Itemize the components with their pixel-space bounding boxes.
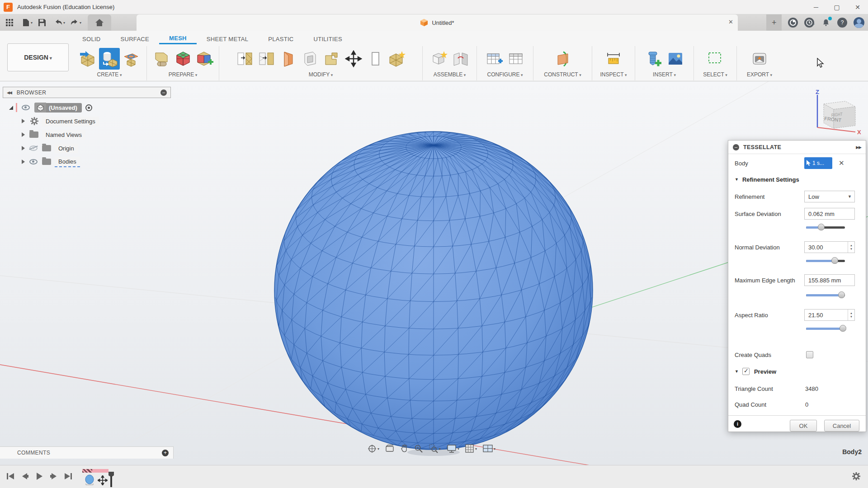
zoom-tool[interactable] xyxy=(413,443,425,455)
zoom-window-tool[interactable]: ▾ xyxy=(428,443,442,455)
tab-solid[interactable]: SOLID xyxy=(72,33,111,44)
insert-mesh-icon[interactable] xyxy=(77,48,98,70)
visibility-eye-icon[interactable] xyxy=(29,159,38,164)
play-button[interactable] xyxy=(34,471,44,482)
tree-row-bodies[interactable]: Bodies xyxy=(22,155,80,168)
timeline-settings-gear-icon[interactable] xyxy=(852,472,861,483)
section-collapse-icon[interactable]: ▼ xyxy=(735,177,739,182)
viewports-tool[interactable]: ▾ xyxy=(481,443,497,454)
timeline-position-marker[interactable] xyxy=(108,472,115,488)
3d-print-icon[interactable] xyxy=(749,48,770,70)
group-create-label[interactable]: CREATE xyxy=(97,71,122,78)
skip-to-start-button[interactable] xyxy=(5,471,15,482)
tree-row-document[interactable]: (Unsaved) xyxy=(9,101,92,114)
offset-icon[interactable] xyxy=(365,48,386,70)
redo-caret[interactable]: ▾ xyxy=(80,21,81,25)
undo-caret[interactable]: ▾ xyxy=(63,21,65,25)
preview-collapse-icon[interactable]: ▼ xyxy=(735,369,739,374)
configuration-table-icon[interactable] xyxy=(505,48,526,70)
comments-bar[interactable]: COMMENTS + xyxy=(0,446,174,459)
max-edge-length-input[interactable]: 155.885 mm xyxy=(804,274,855,286)
collapse-icon[interactable] xyxy=(22,132,25,137)
spinner-arrows[interactable]: ▲▼ xyxy=(848,310,854,320)
remesh-icon[interactable] xyxy=(235,48,255,70)
group-export-label[interactable]: EXPORT xyxy=(747,71,772,78)
surface-deviation-input[interactable]: 0.062 mm xyxy=(804,208,855,220)
step-forward-button[interactable] xyxy=(49,471,59,482)
tab-plastic[interactable]: PLASTIC xyxy=(258,33,303,44)
document-tab-close-icon[interactable]: ✕ xyxy=(728,19,733,25)
canvas-icon[interactable] xyxy=(665,48,686,70)
browser-collapse-icon[interactable]: ◀◀ xyxy=(7,90,11,95)
document-tab[interactable]: Untitled* ✕ xyxy=(137,14,738,31)
group-construct-label[interactable]: CONSTRUCT xyxy=(544,71,581,78)
new-component-icon[interactable] xyxy=(429,48,449,70)
preview-checkbox[interactable] xyxy=(742,368,750,375)
collapse-icon[interactable] xyxy=(22,160,25,164)
save-icon[interactable] xyxy=(35,16,49,29)
aspect-ratio-input[interactable]: 21.50 ▲▼ xyxy=(804,309,855,321)
tree-row-label[interactable]: Bodies xyxy=(55,157,80,167)
group-inspect-label[interactable]: INSPECT xyxy=(600,71,627,78)
surface-deviation-slider[interactable] xyxy=(806,224,845,231)
measure-icon[interactable] xyxy=(603,48,624,70)
joint-icon[interactable] xyxy=(450,48,471,70)
group-configure-label[interactable]: CONFIGURE xyxy=(487,71,523,78)
plane-cut-icon[interactable] xyxy=(300,48,321,70)
activate-radio-icon[interactable] xyxy=(85,104,92,111)
normal-deviation-slider[interactable] xyxy=(806,257,845,264)
tab-surface[interactable]: SURFACE xyxy=(111,33,160,44)
timeline-sphere-feature[interactable] xyxy=(84,474,95,486)
skip-to-end-button[interactable] xyxy=(63,471,73,482)
max-edge-length-slider[interactable] xyxy=(806,291,845,299)
step-back-button[interactable] xyxy=(20,471,30,482)
dialog-header[interactable]: – TESSELLATE ▶▶ xyxy=(728,141,866,154)
refinement-dropdown[interactable]: Low▼ xyxy=(804,191,855,202)
slider-thumb[interactable] xyxy=(831,257,838,264)
body-selection-button[interactable]: 1 s... xyxy=(804,157,832,169)
expand-icon[interactable] xyxy=(9,106,13,110)
move-copy-icon[interactable] xyxy=(343,48,364,70)
insert-component-icon[interactable] xyxy=(643,48,664,70)
group-prepare-label[interactable]: PREPARE xyxy=(169,71,198,78)
reduce-icon[interactable] xyxy=(256,48,277,70)
tree-row-named-views[interactable]: Named Views xyxy=(22,128,85,141)
dialog-minimize-icon[interactable]: – xyxy=(733,144,739,150)
clear-selection-icon[interactable]: ✕ xyxy=(839,159,844,167)
notification-bell-icon[interactable] xyxy=(821,18,831,28)
smooth-mesh-icon[interactable] xyxy=(387,48,407,70)
browser-minimize-icon[interactable]: – xyxy=(160,89,167,96)
group-modify-label[interactable]: MODIFY xyxy=(309,71,333,78)
tree-row-origin[interactable]: Origin xyxy=(22,142,78,155)
visibility-off-eye-icon[interactable] xyxy=(29,145,38,151)
create-quads-checkbox[interactable] xyxy=(806,351,813,358)
minimize-button[interactable]: ─ xyxy=(806,0,826,14)
timeline-move-feature[interactable] xyxy=(98,475,108,487)
browser-panel-header[interactable]: ◀◀ BROWSER – xyxy=(3,87,171,98)
mesh-sphere-body[interactable] xyxy=(257,114,610,465)
merge-bodies-icon[interactable] xyxy=(321,48,342,70)
select-icon[interactable] xyxy=(705,48,726,70)
file-menu-caret[interactable]: ▾ xyxy=(31,21,33,25)
generate-face-groups-icon[interactable] xyxy=(173,48,193,70)
configuration-add-icon[interactable] xyxy=(484,48,505,70)
visibility-eye-icon[interactable] xyxy=(22,105,30,110)
convert-mesh-icon[interactable] xyxy=(151,48,172,70)
display-settings-tool[interactable]: ▾ xyxy=(445,443,461,455)
app-grid-icon[interactable] xyxy=(3,16,16,29)
normal-deviation-input[interactable]: 30.00 ▲▼ xyxy=(804,241,855,253)
ok-button[interactable]: OK xyxy=(790,420,817,432)
slider-thumb[interactable] xyxy=(838,291,845,298)
tab-sheet-metal[interactable]: SHEET METAL xyxy=(197,33,258,44)
help-icon[interactable]: ? xyxy=(837,18,847,28)
tree-row-label[interactable]: (Unsaved) xyxy=(46,103,82,113)
create-face-group-icon[interactable] xyxy=(194,48,215,70)
aspect-ratio-slider[interactable] xyxy=(806,325,845,332)
group-select-label[interactable]: SELECT xyxy=(703,71,727,78)
workspace-switcher[interactable]: DESIGN xyxy=(7,43,69,71)
tessellate-icon[interactable] xyxy=(99,48,120,70)
mesh-section-icon[interactable] xyxy=(121,48,142,70)
orbit-tool[interactable]: ▾ xyxy=(366,443,381,455)
group-insert-label[interactable]: INSERT xyxy=(653,71,676,78)
construction-plane-icon[interactable] xyxy=(552,48,573,70)
